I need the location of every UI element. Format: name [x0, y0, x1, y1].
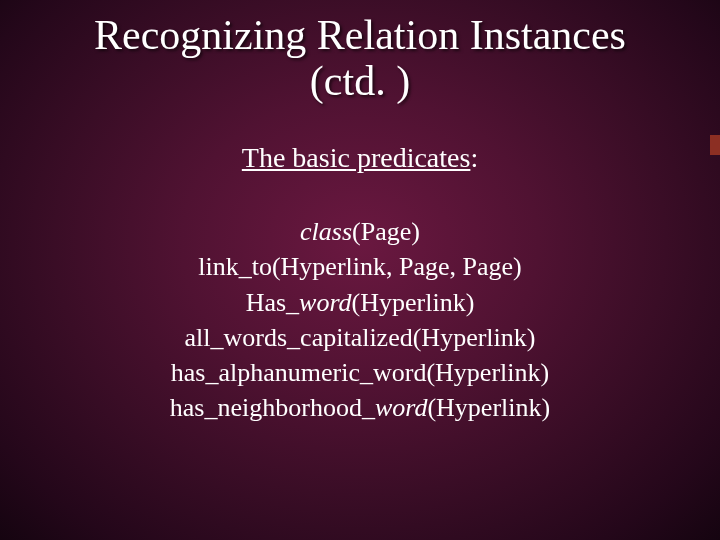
predicate-line-3: Has_word(Hyperlink) — [40, 285, 680, 320]
predicate-3-pre: Has_ — [246, 288, 299, 317]
predicate-3-post: (Hyperlink) — [352, 288, 475, 317]
predicates-block: class(Page) link_to(Hyperlink, Page, Pag… — [40, 214, 680, 425]
predicate-line-1: class(Page) — [40, 214, 680, 249]
predicate-line-6: has_neighborhood_word(Hyperlink) — [40, 390, 680, 425]
title-line1: Recognizing Relation Instances — [94, 12, 626, 58]
title-line2: (ctd. ) — [310, 58, 410, 104]
predicate-6-post: (Hyperlink) — [427, 393, 550, 422]
slide-subtitle: The basic predicates: — [40, 142, 680, 174]
bullet-marker — [710, 135, 720, 155]
subtitle-text: The basic predicates — [242, 142, 471, 173]
slide-title: Recognizing Relation Instances (ctd. ) — [40, 12, 680, 104]
subtitle-colon: : — [470, 142, 478, 173]
predicate-1-args: (Page) — [352, 217, 420, 246]
predicate-3-ital: word — [299, 288, 352, 317]
predicate-line-4: all_words_capitalized(Hyperlink) — [40, 320, 680, 355]
slide-container: Recognizing Relation Instances (ctd. ) T… — [0, 0, 720, 540]
predicate-line-5: has_alphanumeric_word(Hyperlink) — [40, 355, 680, 390]
predicate-line-2: link_to(Hyperlink, Page, Page) — [40, 249, 680, 284]
predicate-1-name: class — [300, 217, 352, 246]
predicate-6-ital: word — [375, 393, 428, 422]
predicate-6-pre: has_neighborhood_ — [170, 393, 375, 422]
